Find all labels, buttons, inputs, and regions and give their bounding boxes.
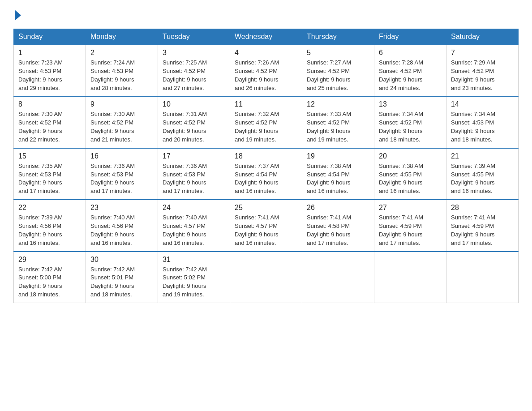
day-number: 29 xyxy=(18,256,81,264)
weekday-header-saturday: Saturday xyxy=(446,29,519,45)
day-number: 26 xyxy=(307,204,369,212)
day-number: 27 xyxy=(379,204,442,212)
calendar-cell: 11 Sunrise: 7:32 AMSunset: 4:52 PMDaylig… xyxy=(230,96,302,148)
calendar-cell: 14 Sunrise: 7:34 AMSunset: 4:53 PMDaylig… xyxy=(446,96,519,148)
calendar-cell: 13 Sunrise: 7:34 AMSunset: 4:52 PMDaylig… xyxy=(374,96,446,148)
day-number: 7 xyxy=(451,49,514,57)
calendar-cell: 7 Sunrise: 7:29 AMSunset: 4:52 PMDayligh… xyxy=(446,45,519,96)
calendar-cell: 16 Sunrise: 7:36 AMSunset: 4:53 PMDaylig… xyxy=(86,148,158,200)
calendar-cell xyxy=(446,252,519,303)
calendar-week-row: 22 Sunrise: 7:39 AMSunset: 4:56 PMDaylig… xyxy=(14,200,519,251)
calendar-cell xyxy=(374,252,446,303)
day-number: 25 xyxy=(235,204,297,212)
day-number: 18 xyxy=(235,152,297,160)
day-number: 9 xyxy=(90,100,153,108)
calendar-cell: 17 Sunrise: 7:36 AMSunset: 4:53 PMDaylig… xyxy=(158,148,230,200)
cell-detail: Sunrise: 7:31 AMSunset: 4:52 PMDaylight:… xyxy=(163,111,207,143)
calendar-cell: 12 Sunrise: 7:33 AMSunset: 4:52 PMDaylig… xyxy=(302,96,374,148)
cell-detail: Sunrise: 7:27 AMSunset: 4:52 PMDaylight:… xyxy=(307,59,351,91)
page-header xyxy=(13,9,519,21)
cell-detail: Sunrise: 7:42 AMSunset: 5:01 PMDaylight:… xyxy=(90,266,135,298)
cell-detail: Sunrise: 7:23 AMSunset: 4:53 PMDaylight:… xyxy=(18,59,63,91)
day-number: 8 xyxy=(18,100,81,108)
calendar-cell: 26 Sunrise: 7:41 AMSunset: 4:58 PMDaylig… xyxy=(302,200,374,251)
calendar-cell: 20 Sunrise: 7:38 AMSunset: 4:55 PMDaylig… xyxy=(374,148,446,200)
calendar-cell: 24 Sunrise: 7:40 AMSunset: 4:57 PMDaylig… xyxy=(158,200,230,251)
day-number: 6 xyxy=(379,49,442,57)
weekday-header-thursday: Thursday xyxy=(302,29,374,45)
day-number: 2 xyxy=(90,49,153,57)
day-number: 13 xyxy=(379,100,442,108)
day-number: 10 xyxy=(163,100,225,108)
calendar-week-row: 1 Sunrise: 7:23 AMSunset: 4:53 PMDayligh… xyxy=(14,45,519,96)
day-number: 15 xyxy=(18,152,81,160)
day-number: 24 xyxy=(163,204,225,212)
day-number: 5 xyxy=(307,49,369,57)
calendar-cell: 6 Sunrise: 7:28 AMSunset: 4:52 PMDayligh… xyxy=(374,45,446,96)
weekday-header-sunday: Sunday xyxy=(14,29,86,45)
cell-detail: Sunrise: 7:40 AMSunset: 4:57 PMDaylight:… xyxy=(163,214,207,246)
calendar-cell: 1 Sunrise: 7:23 AMSunset: 4:53 PMDayligh… xyxy=(14,45,86,96)
calendar-cell: 25 Sunrise: 7:41 AMSunset: 4:57 PMDaylig… xyxy=(230,200,302,251)
day-number: 19 xyxy=(307,152,369,160)
weekday-header-wednesday: Wednesday xyxy=(230,29,302,45)
day-number: 22 xyxy=(18,204,81,212)
logo xyxy=(13,9,21,21)
day-number: 17 xyxy=(163,152,225,160)
cell-detail: Sunrise: 7:38 AMSunset: 4:55 PMDaylight:… xyxy=(379,163,423,195)
day-number: 16 xyxy=(90,152,153,160)
calendar-cell xyxy=(302,252,374,303)
calendar-cell: 31 Sunrise: 7:42 AMSunset: 5:02 PMDaylig… xyxy=(158,252,230,303)
calendar-cell: 5 Sunrise: 7:27 AMSunset: 4:52 PMDayligh… xyxy=(302,45,374,96)
cell-detail: Sunrise: 7:39 AMSunset: 4:55 PMDaylight:… xyxy=(451,163,495,195)
cell-detail: Sunrise: 7:41 AMSunset: 4:59 PMDaylight:… xyxy=(451,214,495,246)
calendar-header-row: SundayMondayTuesdayWednesdayThursdayFrid… xyxy=(14,29,519,45)
cell-detail: Sunrise: 7:38 AMSunset: 4:54 PMDaylight:… xyxy=(307,163,351,195)
calendar-week-row: 29 Sunrise: 7:42 AMSunset: 5:00 PMDaylig… xyxy=(14,252,519,303)
calendar-week-row: 15 Sunrise: 7:35 AMSunset: 4:53 PMDaylig… xyxy=(14,148,519,200)
calendar-cell: 28 Sunrise: 7:41 AMSunset: 4:59 PMDaylig… xyxy=(446,200,519,251)
logo-arrow-icon xyxy=(15,10,21,21)
cell-detail: Sunrise: 7:35 AMSunset: 4:53 PMDaylight:… xyxy=(18,163,63,195)
calendar-cell: 10 Sunrise: 7:31 AMSunset: 4:52 PMDaylig… xyxy=(158,96,230,148)
calendar-cell: 19 Sunrise: 7:38 AMSunset: 4:54 PMDaylig… xyxy=(302,148,374,200)
cell-detail: Sunrise: 7:32 AMSunset: 4:52 PMDaylight:… xyxy=(235,111,279,143)
day-number: 11 xyxy=(235,100,297,108)
calendar-cell: 8 Sunrise: 7:30 AMSunset: 4:52 PMDayligh… xyxy=(14,96,86,148)
calendar-week-row: 8 Sunrise: 7:30 AMSunset: 4:52 PMDayligh… xyxy=(14,96,519,148)
cell-detail: Sunrise: 7:36 AMSunset: 4:53 PMDaylight:… xyxy=(90,163,135,195)
calendar-cell xyxy=(230,252,302,303)
calendar-cell: 18 Sunrise: 7:37 AMSunset: 4:54 PMDaylig… xyxy=(230,148,302,200)
weekday-header-tuesday: Tuesday xyxy=(158,29,230,45)
cell-detail: Sunrise: 7:33 AMSunset: 4:52 PMDaylight:… xyxy=(307,111,351,143)
cell-detail: Sunrise: 7:24 AMSunset: 4:53 PMDaylight:… xyxy=(90,59,135,91)
day-number: 12 xyxy=(307,100,369,108)
cell-detail: Sunrise: 7:34 AMSunset: 4:53 PMDaylight:… xyxy=(451,111,495,143)
day-number: 1 xyxy=(18,49,81,57)
cell-detail: Sunrise: 7:34 AMSunset: 4:52 PMDaylight:… xyxy=(379,111,423,143)
cell-detail: Sunrise: 7:41 AMSunset: 4:57 PMDaylight:… xyxy=(235,214,279,246)
calendar-cell: 29 Sunrise: 7:42 AMSunset: 5:00 PMDaylig… xyxy=(14,252,86,303)
cell-detail: Sunrise: 7:25 AMSunset: 4:52 PMDaylight:… xyxy=(163,59,207,91)
cell-detail: Sunrise: 7:41 AMSunset: 4:58 PMDaylight:… xyxy=(307,214,351,246)
calendar-cell: 15 Sunrise: 7:35 AMSunset: 4:53 PMDaylig… xyxy=(14,148,86,200)
day-number: 23 xyxy=(90,204,153,212)
cell-detail: Sunrise: 7:36 AMSunset: 4:53 PMDaylight:… xyxy=(163,163,207,195)
day-number: 14 xyxy=(451,100,514,108)
calendar-cell: 27 Sunrise: 7:41 AMSunset: 4:59 PMDaylig… xyxy=(374,200,446,251)
calendar-cell: 22 Sunrise: 7:39 AMSunset: 4:56 PMDaylig… xyxy=(14,200,86,251)
day-number: 3 xyxy=(163,49,225,57)
calendar-cell: 30 Sunrise: 7:42 AMSunset: 5:01 PMDaylig… xyxy=(86,252,158,303)
cell-detail: Sunrise: 7:42 AMSunset: 5:00 PMDaylight:… xyxy=(18,266,63,298)
cell-detail: Sunrise: 7:28 AMSunset: 4:52 PMDaylight:… xyxy=(379,59,423,91)
calendar-cell: 2 Sunrise: 7:24 AMSunset: 4:53 PMDayligh… xyxy=(86,45,158,96)
day-number: 20 xyxy=(379,152,442,160)
cell-detail: Sunrise: 7:29 AMSunset: 4:52 PMDaylight:… xyxy=(451,59,495,91)
cell-detail: Sunrise: 7:40 AMSunset: 4:56 PMDaylight:… xyxy=(90,214,135,246)
day-number: 30 xyxy=(90,256,153,264)
calendar-cell: 21 Sunrise: 7:39 AMSunset: 4:55 PMDaylig… xyxy=(446,148,519,200)
day-number: 21 xyxy=(451,152,514,160)
cell-detail: Sunrise: 7:30 AMSunset: 4:52 PMDaylight:… xyxy=(18,111,63,143)
day-number: 4 xyxy=(235,49,297,57)
cell-detail: Sunrise: 7:26 AMSunset: 4:52 PMDaylight:… xyxy=(235,59,279,91)
